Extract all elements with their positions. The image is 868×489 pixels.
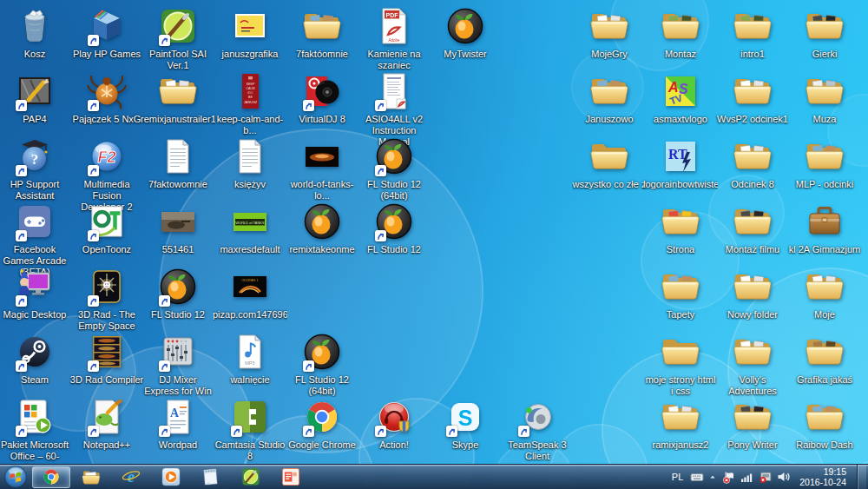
- fl-studio-12-desktop-icon[interactable]: FL Studio 12: [141, 266, 215, 320]
- show-desktop-button[interactable]: [857, 465, 866, 489]
- pony-writer-desktop-icon[interactable]: Pony Writer: [715, 396, 790, 451]
- language-indicator[interactable]: PL: [671, 472, 684, 482]
- walni-cie-desktop-icon[interactable]: MP3walnięcie: [213, 331, 287, 386]
- notepad-desktop-icon[interactable]: Notepad++: [69, 396, 144, 451]
- image-asmax-icon: A S TV: [660, 70, 701, 112]
- google-chrome-desktop-icon[interactable]: Google Chrome: [285, 396, 359, 451]
- internet-explorer-taskbar-button[interactable]: e: [112, 466, 150, 488]
- action-desktop-icon[interactable]: Action!: [357, 396, 431, 451]
- volume-icon[interactable]: [776, 470, 791, 484]
- camtasia-studio-8-desktop-icon[interactable]: Camtasia Studio 8: [213, 396, 287, 462]
- painttool-sai-ver-1-desktop-icon[interactable]: PaintTool SAI Ver.1: [141, 5, 215, 71]
- 3d-rad-compiler-desktop-icon[interactable]: 3D Rad Compiler: [69, 331, 144, 386]
- ksi-yv-desktop-icon[interactable]: księżyv: [213, 135, 287, 190]
- 551461-desktop-icon[interactable]: 551461: [141, 201, 215, 255]
- pizap-com1476969-desktop-icon[interactable]: ODCINEK 1 pizap.com1476969...: [213, 266, 287, 320]
- shortcut-arrow-icon: [88, 230, 99, 241]
- muza-desktop-icon[interactable]: Muza: [787, 70, 862, 125]
- windows-media-player-taskbar-button[interactable]: [152, 466, 190, 488]
- notepad-taskbar-button[interactable]: [192, 466, 230, 488]
- windows-explorer-taskbar-button[interactable]: [72, 466, 110, 488]
- device-error-icon[interactable]: [758, 470, 773, 484]
- fl-studio-12-64bit-desktop-icon[interactable]: FL Studio 12 (64bit): [357, 135, 431, 202]
- powerpoint-taskbar-button[interactable]: [272, 466, 310, 488]
- desktop-icon-label: Kosz: [0, 49, 72, 60]
- kamienie-na-szaniec-desktop-icon[interactable]: PDF AdobeKamienie na szaniec: [357, 5, 431, 71]
- magic-desktop-desktop-icon[interactable]: ✦Magic Desktop: [0, 266, 72, 320]
- raibow-dash-desktop-icon[interactable]: Raibow Dash: [787, 396, 862, 451]
- hp-support-assistant-desktop-icon[interactable]: ?HP Support Assistant: [0, 135, 72, 202]
- 3d-rad-the-empty-space-desktop-icon[interactable]: 3D Rad - The Empty Space: [69, 266, 144, 332]
- keep-calm-and-b-desktop-icon[interactable]: KEEP CALM AND BE JANUSZkeep-calm-and-b..…: [213, 70, 287, 136]
- teamspeak-3-client-desktop-icon[interactable]: TeamSpeak 3 Client: [500, 396, 575, 462]
- kl-2a-gimnazjum-desktop-icon[interactable]: kl 2A Gimnazjum: [787, 201, 862, 255]
- fl-studio-12-desktop-icon[interactable]: FL Studio 12: [357, 201, 431, 255]
- moje-desktop-icon[interactable]: Moje: [787, 266, 862, 320]
- strona-desktop-icon[interactable]: Strona: [643, 201, 718, 255]
- logorainbowtwister-desktop-icon[interactable]: RT logorainbowtwister: [643, 135, 718, 190]
- desktop-icons-area[interactable]: Kosz Play HP Games PaintTool SAI Ver.1 j…: [0, 0, 868, 465]
- wvsp2-odcinek1-desktop-icon[interactable]: WvsP2 odcinek1: [715, 70, 790, 125]
- januszowo-desktop-icon[interactable]: Januszowo: [572, 70, 647, 125]
- start-button[interactable]: [0, 465, 31, 489]
- fl-studio-12-64bit-desktop-icon[interactable]: FL Studio 12 (64bit): [285, 331, 359, 397]
- remixtakeonme-desktop-icon[interactable]: remixtakeonme: [285, 201, 359, 255]
- montaz-desktop-icon[interactable]: Montaz: [643, 5, 718, 60]
- svg-text:WORLD of TANKS: WORLD of TANKS: [235, 221, 265, 225]
- pakiet-microsoft-office-60-dnio-desktop-icon[interactable]: Pakiet Microsoft Office – 60-dnio...: [0, 396, 72, 473]
- show-hidden-icon[interactable]: [707, 470, 718, 484]
- tapety-desktop-icon[interactable]: Tapety: [643, 266, 718, 320]
- shortcut-arrow-icon: [375, 100, 386, 111]
- shortcut-arrow-icon: [88, 35, 99, 46]
- google-chrome-taskbar-button[interactable]: [32, 466, 70, 488]
- ramixjanusz2-desktop-icon[interactable]: ramixjanusz2: [643, 396, 718, 451]
- asmaxtvlogo-desktop-icon[interactable]: A S TVasmaxtvlogo: [643, 70, 718, 125]
- painttool-sai-taskbar-button[interactable]: [232, 466, 270, 488]
- pap4-desktop-icon[interactable]: PAP4: [0, 70, 72, 125]
- play-hp-games-desktop-icon[interactable]: Play HP Games: [69, 5, 144, 60]
- desktop-icon-label: Gierki: [787, 49, 862, 60]
- desktop-icon-label: logorainbowtwister: [643, 179, 718, 190]
- image-maxres-icon: WORLD of TANKS: [229, 201, 271, 242]
- steam-desktop-icon[interactable]: Steam: [0, 331, 72, 386]
- intro1-desktop-icon[interactable]: intro1: [715, 5, 790, 60]
- monta-filmu-desktop-icon[interactable]: Montaż filmu: [715, 201, 790, 255]
- keyboard-icon[interactable]: [689, 470, 704, 484]
- paj-czek-5-nxg-desktop-icon[interactable]: Pajączek 5 NxG: [69, 70, 144, 125]
- januszgrafika-desktop-icon[interactable]: januszgrafika: [213, 5, 287, 60]
- shortcut-arrow-icon: [159, 295, 170, 307]
- image-rt-icon: RT: [660, 135, 701, 177]
- mlp-odcinki-desktop-icon[interactable]: MLP - odcinki: [787, 135, 862, 190]
- network-signal-icon[interactable]: [740, 470, 754, 484]
- desktop-icon-label: PaintTool SAI Ver.1: [141, 49, 215, 71]
- volly-s-adventures-desktop-icon[interactable]: Volly's Adventures: [715, 331, 790, 397]
- mytwister-desktop-icon[interactable]: MyTwister: [428, 5, 503, 60]
- clock[interactable]: 19:15 2016-10-24: [796, 466, 852, 487]
- desktop-icon-label: 7faktóomnie: [285, 49, 359, 60]
- moje-strony-html-i-css-desktop-icon[interactable]: moje strony html i css: [643, 331, 718, 397]
- remixjanustrailer1-desktop-icon[interactable]: remixjanustrailer1: [141, 70, 215, 125]
- desktop-icon-label: intro1: [715, 49, 790, 60]
- opentoonz-desktop-icon[interactable]: OpenToonz: [69, 201, 144, 255]
- desktop-icon-label: Kamienie na szaniec: [357, 49, 431, 71]
- 7faktowomnie-desktop-icon[interactable]: 7faktowomnie: [141, 135, 215, 190]
- grafika-jaka-desktop-icon[interactable]: Grafika jakaś: [787, 331, 862, 386]
- maxresdefault-desktop-icon[interactable]: WORLD of TANKSmaxresdefault: [213, 201, 287, 255]
- 7fakt-omnie-desktop-icon[interactable]: 7faktóomnie: [285, 5, 359, 60]
- action-center-icon[interactable]: [721, 470, 736, 484]
- shortcut-arrow-icon: [375, 230, 386, 241]
- odcinek-8-desktop-icon[interactable]: Odcinek 8: [715, 135, 790, 190]
- gierki-desktop-icon[interactable]: Gierki: [787, 5, 862, 60]
- mojegry-desktop-icon[interactable]: MojeGry: [572, 5, 647, 60]
- nowy-folder-desktop-icon[interactable]: Nowy folder: [715, 266, 790, 320]
- skype-desktop-icon[interactable]: SSkype: [428, 396, 503, 451]
- kosz-desktop-icon[interactable]: Kosz: [0, 5, 72, 60]
- virtualdj-8-desktop-icon[interactable]: VirtualDJ 8: [285, 70, 359, 125]
- dj-mixer-express-for-win-desktop-icon[interactable]: DJ Mixer Express for Win: [141, 331, 215, 397]
- shortcut-arrow-icon: [159, 360, 170, 372]
- wordpad-desktop-icon[interactable]: A Wordpad: [141, 396, 215, 451]
- world-of-tanks-lo-desktop-icon[interactable]: world-of-tanks-lo...: [285, 135, 359, 202]
- svg-text:?: ?: [31, 151, 39, 168]
- svg-text:✦: ✦: [19, 268, 25, 275]
- wszystko-co-z-e-z-desktop-icon[interactable]: wszystko co złe z: [572, 135, 647, 190]
